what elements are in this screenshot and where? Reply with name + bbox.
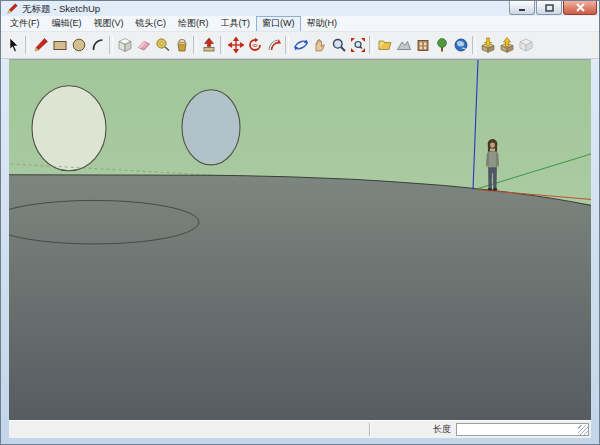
toolbar-separator (25, 36, 29, 54)
resize-grip-icon[interactable] (578, 425, 588, 435)
rectangle-icon (52, 37, 68, 53)
rectangle-tool-button[interactable] (50, 35, 69, 56)
toolbar-separator (109, 36, 113, 54)
line-icon (33, 37, 49, 53)
status-bar-separator (369, 423, 370, 436)
move-icon (228, 37, 244, 53)
pan-icon (312, 37, 328, 53)
orbit-icon (293, 37, 309, 53)
menu-item-draw[interactable]: 绘图(R) (172, 16, 215, 32)
add-location-icon (377, 37, 393, 53)
get-models-icon (480, 37, 496, 53)
zoom-extents-icon (350, 37, 366, 53)
scene-svg (9, 60, 591, 420)
tape-measure-tool-button[interactable] (153, 35, 172, 56)
close-icon (576, 3, 585, 12)
share-models-tool-button[interactable] (497, 35, 516, 56)
share-component-tool-button (516, 35, 535, 56)
toggle-terrain-icon (396, 37, 412, 53)
paint-bucket-tool-button[interactable] (172, 35, 191, 56)
share-component-icon (518, 37, 534, 53)
photo-textures-icon (415, 37, 431, 53)
eraser-tool-button[interactable] (134, 35, 153, 56)
measurement-label: 长度 (428, 423, 456, 436)
menu-item-camera[interactable]: 镜头(C) (130, 16, 173, 32)
zoom-extents-tool-button[interactable] (348, 35, 367, 56)
make-component-icon (117, 37, 133, 53)
circle-icon (71, 37, 87, 53)
add-location-tool-button[interactable] (375, 35, 394, 56)
measurement-input[interactable] (457, 424, 588, 435)
rotate-tool-button[interactable] (245, 35, 264, 56)
zoom-tool-button[interactable] (329, 35, 348, 56)
menu-bar: 文件(F)编辑(E)视图(V)镜头(C)绘图(R)工具(T)窗口(W)帮助(H) (1, 16, 599, 31)
menu-item-view[interactable]: 视图(V) (88, 16, 130, 32)
toolbar (1, 31, 599, 59)
toolbar-separator (193, 36, 197, 54)
window-bottom-border (1, 438, 599, 444)
measurement-box (456, 423, 589, 436)
status-bar: 长度 (9, 420, 591, 438)
close-button[interactable] (563, 1, 597, 15)
rotate-icon (247, 37, 263, 53)
ground-plane[interactable] (9, 175, 591, 420)
menu-item-window[interactable]: 窗口(W) (256, 16, 301, 32)
toolbar-separator (285, 36, 289, 54)
minimize-icon (517, 4, 527, 12)
offset-icon (266, 37, 282, 53)
paint-bucket-icon (174, 37, 190, 53)
pale-green-ellipse[interactable] (32, 86, 106, 171)
toolbar-separator (472, 36, 476, 54)
arc-tool-button[interactable] (88, 35, 107, 56)
zoom-icon (331, 37, 347, 53)
sketchup-window: 无标题 - SketchUp 文件(F)编辑(E)视图(V)镜头(C)绘图(R)… (0, 0, 600, 445)
share-models-icon (499, 37, 515, 53)
google-earth-icon (453, 37, 469, 53)
tape-measure-icon (155, 37, 171, 53)
offset-tool-button[interactable] (264, 35, 283, 56)
minimize-button[interactable] (509, 1, 535, 15)
orbit-tool-button[interactable] (291, 35, 310, 56)
get-models-tool-button[interactable] (478, 35, 497, 56)
maximize-icon (545, 4, 554, 12)
push-pull-icon (201, 37, 217, 53)
eraser-icon (136, 37, 152, 53)
make-component-tool-button[interactable] (115, 35, 134, 56)
circle-tool-button[interactable] (69, 35, 88, 56)
window-title: 无标题 - SketchUp (22, 3, 509, 16)
preview-earth-icon (434, 37, 450, 53)
menu-item-edit[interactable]: 编辑(E) (46, 16, 88, 32)
menu-item-file[interactable]: 文件(F) (4, 16, 46, 32)
line-tool-button[interactable] (31, 35, 50, 56)
push-pull-tool-button[interactable] (199, 35, 218, 56)
move-tool-button[interactable] (226, 35, 245, 56)
viewport-canvas[interactable] (9, 59, 591, 420)
arc-icon (90, 37, 106, 53)
sketchup-logo-icon (7, 3, 18, 14)
blue-gray-ellipse[interactable] (182, 90, 240, 165)
menu-item-help[interactable]: 帮助(H) (301, 16, 344, 32)
pan-tool-button[interactable] (310, 35, 329, 56)
photo-textures-tool-button[interactable] (413, 35, 432, 56)
select-icon (6, 37, 22, 53)
toolbar-separator (220, 36, 224, 54)
toolbar-separator (369, 36, 373, 54)
select-tool-button[interactable] (4, 35, 23, 56)
google-earth-tool-button[interactable] (451, 35, 470, 56)
maximize-button[interactable] (536, 1, 562, 15)
menu-item-tools[interactable]: 工具(T) (215, 16, 257, 32)
preview-in-google-earth-tool-button[interactable] (432, 35, 451, 56)
title-bar[interactable]: 无标题 - SketchUp (1, 1, 599, 16)
toggle-terrain-tool-button[interactable] (394, 35, 413, 56)
